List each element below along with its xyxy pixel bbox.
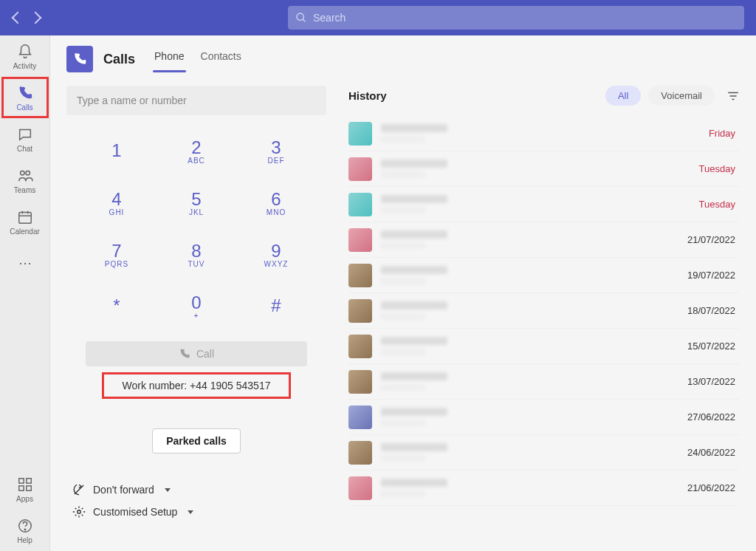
contact-subtitle <box>381 384 425 391</box>
svg-point-3 <box>25 171 29 175</box>
history-row[interactable]: Friday <box>348 116 740 151</box>
dialpad-key-6[interactable]: 6MNO <box>242 180 310 225</box>
tab-phone[interactable]: Phone <box>153 46 185 72</box>
dialpad-key-1[interactable]: 1 <box>83 129 151 173</box>
key-letters: + <box>194 312 199 320</box>
contact-info <box>381 372 447 391</box>
call-settings: Don't forward Customised Setup <box>66 483 193 519</box>
contact-subtitle <box>381 278 425 284</box>
dialpad-key-2[interactable]: 2ABC <box>162 129 230 173</box>
key-letters: ABC <box>188 157 205 165</box>
contact-info <box>381 301 447 320</box>
dial-input[interactable] <box>66 86 326 115</box>
history-row[interactable]: 21/07/2022 <box>348 222 740 258</box>
tab-contacts[interactable]: Contacts <box>199 46 243 72</box>
sidebar-item-calendar[interactable]: Calendar <box>0 201 49 242</box>
filter-voicemail[interactable]: Voicemail <box>648 86 715 106</box>
apps-icon <box>16 476 34 493</box>
sidebar-label: Teams <box>14 186 35 194</box>
contact-name <box>381 337 447 345</box>
dialpad-key-3[interactable]: 3DEF <box>242 129 310 173</box>
call-date: 18/07/2022 <box>687 305 740 316</box>
contact-name <box>381 230 447 239</box>
key-number: 2 <box>191 137 201 158</box>
svg-rect-10 <box>18 485 23 490</box>
help-icon <box>16 517 34 535</box>
history-row[interactable]: 19/07/2022 <box>348 258 740 293</box>
sidebar-item-apps[interactable]: Apps <box>0 468 49 510</box>
forward-arrow-icon[interactable] <box>30 12 42 24</box>
sidebar-item-help[interactable]: Help <box>0 510 49 551</box>
dialpad-key-9[interactable]: 9WXYZ <box>242 232 310 276</box>
avatar <box>348 335 372 358</box>
history-row[interactable]: Tuesday <box>348 151 740 187</box>
teams-icon <box>16 167 34 185</box>
call-date: Tuesday <box>699 199 740 210</box>
avatar <box>348 157 372 181</box>
history-row[interactable]: 24/06/2022 <box>348 435 740 470</box>
contact-subtitle <box>381 349 425 355</box>
avatar <box>348 441 372 465</box>
avatar <box>348 370 372 394</box>
setup-setting[interactable]: Customised Setup <box>72 505 193 519</box>
sidebar-item-calls[interactable]: Calls <box>0 77 49 118</box>
call-date: 15/07/2022 <box>687 340 740 352</box>
dialpad-key-#[interactable]: # <box>242 284 310 328</box>
sidebar-item-activity[interactable]: Activity <box>0 35 49 77</box>
dialpad-key-5[interactable]: 5JKL <box>162 180 230 225</box>
contact-name <box>381 443 447 451</box>
key-number: 3 <box>271 137 281 158</box>
key-number: 0 <box>191 292 201 313</box>
calendar-icon <box>16 208 34 226</box>
sidebar-label: Calendar <box>10 227 40 236</box>
history-row[interactable]: 13/07/2022 <box>348 364 740 400</box>
dialpad-key-8[interactable]: 8TUV <box>162 232 230 276</box>
work-number-wrap: Work number: +44 1905 543517 <box>115 375 278 396</box>
more-icon: ⋯ <box>16 254 34 272</box>
history-row[interactable]: 15/07/2022 <box>348 329 740 364</box>
app-sidebar: Activity Calls Chat Teams Calendar <box>0 35 50 551</box>
forward-setting[interactable]: Don't forward <box>72 483 193 496</box>
page-title: Calls <box>103 52 135 67</box>
avatar <box>348 299 372 323</box>
call-date: 21/07/2022 <box>687 234 740 245</box>
dialpad-key-*[interactable]: * <box>83 284 151 328</box>
contact-name <box>381 195 447 203</box>
history-panel: History All Voicemail FridayTuesdayTuesd… <box>348 86 740 538</box>
contact-name <box>381 408 447 416</box>
dialpad-key-7[interactable]: 7PQRS <box>83 232 151 276</box>
back-arrow-icon[interactable] <box>12 12 24 24</box>
key-number: * <box>113 295 120 316</box>
search-input[interactable] <box>288 6 744 30</box>
history-row[interactable]: 18/07/2022 <box>348 293 740 329</box>
contact-info <box>381 124 447 143</box>
avatar <box>348 476 372 500</box>
contact-subtitle <box>381 207 425 213</box>
filter-all[interactable]: All <box>605 86 641 106</box>
sidebar-item-teams[interactable]: Teams <box>0 160 49 201</box>
dialpad-key-4[interactable]: 4GHI <box>83 180 151 225</box>
sidebar-item-more[interactable]: ⋯ <box>0 242 49 284</box>
contact-name <box>381 160 447 168</box>
call-button[interactable]: Call <box>86 341 307 366</box>
filter-icon[interactable] <box>726 89 740 103</box>
contact-info <box>381 266 447 284</box>
svg-line-1 <box>303 19 305 21</box>
search-wrap <box>288 6 744 30</box>
sidebar-item-chat[interactable]: Chat <box>0 118 49 160</box>
call-date: 19/07/2022 <box>687 270 740 281</box>
history-row[interactable]: 27/06/2022 <box>348 400 740 435</box>
call-date: 24/06/2022 <box>687 447 740 458</box>
key-letters: PQRS <box>105 260 128 268</box>
dialpad-key-0[interactable]: 0+ <box>162 284 230 328</box>
history-row[interactable]: 21/06/2022 <box>348 470 740 506</box>
key-letters: DEF <box>268 157 285 165</box>
svg-point-2 <box>20 171 24 175</box>
svg-rect-8 <box>18 478 23 482</box>
chat-icon <box>16 126 34 143</box>
history-row[interactable]: Tuesday <box>348 187 740 222</box>
forward-label: Don't forward <box>93 484 154 496</box>
dialer-panel: 12ABC3DEF4GHI5JKL6MNO7PQRS8TUV9WXYZ*0+# … <box>66 86 326 538</box>
key-number: 9 <box>271 241 281 261</box>
parked-calls-button[interactable]: Parked calls <box>152 428 241 454</box>
